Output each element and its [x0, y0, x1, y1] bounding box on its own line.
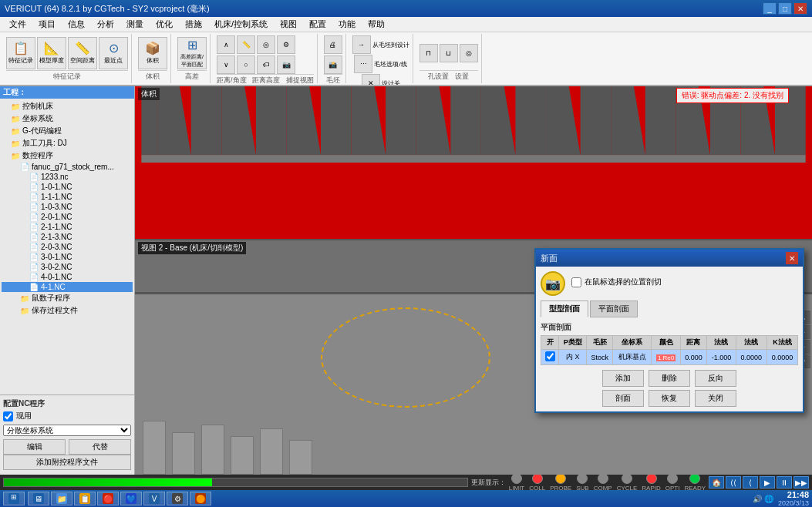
dialog-reverse-button[interactable]: 反向	[695, 370, 736, 387]
toolbar-btn-label-settings[interactable]: ⚙	[277, 35, 295, 54]
table-cell: Stock	[587, 350, 613, 365]
tree-item[interactable]: 📁保存过程文件	[2, 304, 133, 317]
taskbar-app-1[interactable]: 📁	[51, 492, 72, 505]
tree-item[interactable]: 📁控制机床	[2, 100, 133, 112]
menu-function[interactable]: 功能	[332, 17, 362, 32]
toolbar-btn-print-view[interactable]: 🖨	[324, 35, 342, 54]
toolbar-btn-from-point[interactable]: ∧	[217, 35, 235, 54]
replace-button[interactable]: 代替	[69, 439, 131, 455]
menu-machine[interactable]: 机床/控制系统	[208, 17, 274, 32]
tree-item[interactable]: 📄1-0-1.NC	[2, 182, 133, 192]
menu-file[interactable]: 文件	[3, 17, 32, 32]
menu-actions[interactable]: 措施	[179, 17, 208, 32]
toolbar-btn-hole-attr[interactable]: ⊔	[440, 44, 458, 62]
taskbar-app-3[interactable]: 🔴	[97, 492, 119, 505]
tree-item[interactable]: 📄1233.nc	[2, 172, 133, 182]
menu-info[interactable]: 信息	[62, 17, 91, 32]
nav-button-4[interactable]: ⏸	[777, 476, 792, 489]
dialog-clip-checkbox[interactable]	[571, 277, 581, 287]
menu-config[interactable]: 配置	[303, 17, 332, 32]
file-icon: 📄	[29, 183, 39, 191]
taskbar-app-2[interactable]: 📋	[74, 492, 96, 505]
tree-item[interactable]: 📄4-0-1.NC	[2, 272, 133, 282]
status-indicator-group: OPTI	[665, 475, 680, 490]
tree-item[interactable]: 📄4-1.NC	[2, 282, 133, 292]
tree-item[interactable]: 📁坐标系统	[2, 112, 133, 125]
dialog-section-button[interactable]: 剖面	[602, 390, 644, 407]
menu-optimize[interactable]: 优化	[150, 17, 179, 32]
tree-item[interactable]: 📄2-0-1.NC	[2, 212, 133, 222]
toolbar-btn-feature-record[interactable]: 📋 特征记录	[6, 37, 35, 69]
edit-button[interactable]: 编辑	[3, 439, 66, 455]
top-viewport[interactable]: 体积 错误: 驱动点偏差: 2. 没有找别	[135, 86, 812, 240]
toolbar-btn-cylinder1[interactable]: ○	[237, 55, 255, 74]
toolbar-btn-snap-view[interactable]: 📷	[277, 55, 295, 74]
close-button[interactable]: ✕	[793, 2, 807, 15]
dialog-add-button[interactable]: 添加	[602, 370, 644, 387]
dialog-close-button[interactable]: ✕	[786, 252, 798, 264]
table-row[interactable]: 内 XStock机床基点1.Re00.000-1.0000.00000.0000	[541, 350, 798, 365]
toolbar-btn-height-diff[interactable]: ⊞ 高差距离/平面匹配	[177, 37, 207, 69]
menu-measure[interactable]: 测量	[120, 17, 150, 32]
toolbar-btn-from-blank[interactable]: →	[352, 35, 371, 54]
status-indicator-label: RAPID	[642, 485, 660, 490]
svg-rect-9	[386, 86, 416, 155]
menu-analyze[interactable]: 分析	[91, 17, 120, 32]
tree-item-label: 1-1-1.NC	[41, 193, 72, 201]
tree-item[interactable]: 📁数控程序	[2, 149, 133, 162]
toolbar-btn-to-point[interactable]: ∨	[217, 55, 235, 74]
nav-button-0[interactable]: 🏠	[709, 476, 724, 489]
taskbar-app-4[interactable]: 💙	[120, 492, 142, 505]
toolbar-btn-hole-cut[interactable]: ⊓	[419, 44, 438, 62]
tree-item[interactable]: 📁鼠数子程序	[2, 292, 133, 304]
add-nc-button[interactable]: 添加附控程序文件	[3, 455, 131, 470]
nav-button-2[interactable]: ⟨	[743, 476, 758, 489]
nav-button-5[interactable]: ▶▶	[793, 476, 809, 489]
dialog-delete-button[interactable]: 删除	[649, 370, 690, 387]
toolbar-btn-snap[interactable]: 📸	[324, 55, 342, 74]
folder-icon: 📁	[20, 294, 29, 303]
maximize-button[interactable]: □	[778, 2, 792, 15]
project-tree[interactable]: 📁控制机床📁坐标系统📁G-代码编程📁加工刀具: DJ📁数控程序📄fanuc_g7…	[0, 99, 134, 395]
tree-item[interactable]: 📄1-1-1.NC	[2, 192, 133, 202]
taskbar-app-5[interactable]: V	[143, 492, 165, 505]
tree-item[interactable]: 📄fanuc_g71_stock_rem...	[2, 162, 133, 172]
toolbar-btn-space-dist[interactable]: 📏 空间距离	[68, 37, 97, 69]
toolbar-btn-volume[interactable]: 📦 体积	[138, 37, 167, 69]
dialog-tab-plane[interactable]: 平面剖面	[590, 301, 638, 317]
tree-item[interactable]: 📄2-0-3.NC	[2, 242, 133, 252]
toolbar-btn-blank-option[interactable]: ⋯	[354, 55, 372, 73]
left-panel: 工程： 📁控制机床📁坐标系统📁G-代码编程📁加工刀具: DJ📁数控程序📄fanu…	[0, 86, 135, 475]
nav-button-1[interactable]: ⟨⟨	[726, 476, 741, 489]
tree-item[interactable]: 📁G-代码编程	[2, 125, 133, 137]
toolbar-btn-rod-dist[interactable]: 📏	[237, 35, 255, 54]
tree-item[interactable]: 📄2-1-1.NC	[2, 222, 133, 232]
dialog-tab-type[interactable]: 型型剖面	[541, 301, 588, 317]
menu-view[interactable]: 视图	[274, 17, 303, 32]
present-checkbox[interactable]	[3, 411, 13, 421]
toolbar-btn-design-off[interactable]: ✕	[362, 74, 380, 86]
taskbar-app-6[interactable]: ⚙	[167, 492, 188, 505]
coord-system-dropdown[interactable]: 分散坐标系统	[3, 425, 131, 436]
dialog-restore-button[interactable]: 恢复	[649, 390, 690, 407]
tree-item[interactable]: 📄3-0-2.NC	[2, 262, 133, 272]
menu-help[interactable]: 帮助	[362, 17, 391, 32]
tree-item[interactable]: 📁加工刀具: DJ	[2, 137, 133, 149]
minimize-button[interactable]: _	[763, 2, 777, 15]
tree-item[interactable]: 📄2-1-3.NC	[2, 232, 133, 242]
row-checkbox[interactable]	[545, 351, 555, 361]
toolbar-btn-model-thickness[interactable]: 📐 模型厚度	[37, 37, 66, 69]
nav-button-3[interactable]: ▶	[760, 476, 775, 489]
menu-project[interactable]: 项目	[32, 17, 62, 32]
dialog-close-btn2[interactable]: 关闭	[695, 390, 736, 407]
start-button[interactable]: ⊞	[3, 492, 25, 505]
tree-item[interactable]: 📄3-0-1.NC	[2, 252, 133, 262]
toolbar-btn-nearest[interactable]: ⊙ 最近点	[99, 37, 128, 69]
table-cell[interactable]	[541, 350, 559, 365]
toolbar-btn-cylinder2[interactable]: ◎	[257, 35, 275, 54]
tree-item[interactable]: 📄1-0-3.NC	[2, 202, 133, 212]
taskbar-app-7[interactable]: 🟠	[190, 492, 211, 505]
toolbar-btn-tag-label[interactable]: 🏷	[257, 55, 275, 74]
toolbar-btn-feature-circle[interactable]: ◎	[460, 44, 478, 62]
taskbar-app-0[interactable]: 🖥	[28, 492, 49, 505]
